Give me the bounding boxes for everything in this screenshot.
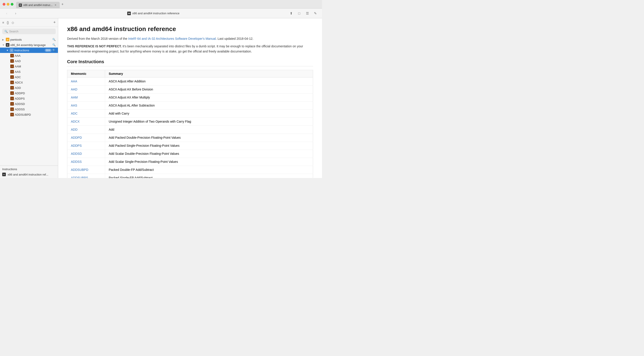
sidebar-item-x86-assembly[interactable]: ▼ 86 x86_64 assembly language 🔍 <box>0 42 58 48</box>
tree-item-label: AAS <box>15 70 56 73</box>
table-row: ADDSUBPDPacked Double-FP Add/Subtract <box>67 166 313 174</box>
tree-item-label: AAA <box>15 54 56 57</box>
tree-item-label: AAM <box>15 65 56 68</box>
mnemonic-cell: AAD <box>67 86 105 94</box>
tab-label: x86 and amd64 instruc... <box>23 3 52 7</box>
summary-cell: ASCII Adjust After Addition <box>105 77 313 86</box>
sidebar-item-pwntools[interactable]: ▶ 📁 pwntools 🔍 <box>0 37 58 42</box>
sidebar-item-AAD[interactable]: I AAD <box>0 58 58 64</box>
search-input[interactable] <box>9 30 54 33</box>
main-layout: ≡ {} ◇ + 🔍 ▶ 📁 pwntools 🔍 ▼ 86 x86_64 as… <box>0 18 322 178</box>
sidebar-item-instructions[interactable]: ▼ I Instructions 684 🔍 <box>0 48 58 53</box>
sidebar-item-ADC[interactable]: I ADC <box>0 74 58 80</box>
intro-paragraph: Derived from the March 2018 version of t… <box>67 36 313 41</box>
sidebar-item-ADDPS[interactable]: I ADDPS <box>0 96 58 101</box>
mnemonic-cell: ADDPD <box>67 134 105 142</box>
summary-cell: ASCII Adjust AL After Subtraction <box>105 102 313 110</box>
new-tab-button[interactable]: + <box>60 1 65 7</box>
active-tab[interactable]: 86 x86 and amd64 instruc... ✕ <box>16 2 60 8</box>
summary-cell: Packed Single-FP Add/Subtract <box>105 174 313 178</box>
add-item-button[interactable]: + <box>53 20 56 25</box>
tree-search-icon[interactable]: 🔍 <box>52 43 56 46</box>
minimize-button[interactable] <box>7 3 10 5</box>
share-button[interactable]: ⬆ <box>288 10 294 16</box>
instruction-icon: I <box>10 59 14 63</box>
summary-header: Summary <box>105 70 313 77</box>
sidebar-tree: ▶ 📁 pwntools 🔍 ▼ 86 x86_64 assembly lang… <box>0 36 58 166</box>
address-text: x86 and amd64 instruction reference <box>132 12 179 15</box>
table-row: ADDSUBPSPacked Single-FP Add/Subtract <box>67 174 313 178</box>
address-bar[interactable]: 86 x86 and amd64 instruction reference <box>22 12 285 15</box>
mnemonic-link[interactable]: ADDSS <box>71 160 82 164</box>
sidebar-item-ADDPD[interactable]: I ADDPD <box>0 90 58 96</box>
mnemonic-link[interactable]: ADDSD <box>71 152 82 156</box>
reader-mode-button[interactable]: ☰ <box>304 10 310 16</box>
mnemonic-link[interactable]: AAD <box>71 88 77 91</box>
intel-manual-link[interactable]: Intel® 64 and IA-32 Architectures Softwa… <box>128 37 216 40</box>
sidebar-item-ADDSS[interactable]: I ADDSS <box>0 107 58 112</box>
summary-cell: Add Scalar Single-Precision Floating-Poi… <box>105 158 313 166</box>
mnemonic-header: Mnemonic <box>67 70 105 77</box>
chevron-right-icon: ▶ <box>2 38 5 41</box>
table-row: AAMASCII Adjust AX After Multiply <box>67 94 313 102</box>
sidebar-item-ADCX[interactable]: I ADCX <box>0 80 58 85</box>
mnemonic-link[interactable]: ADC <box>71 112 78 115</box>
table-row: AADASCII Adjust AX Before Division <box>67 86 313 94</box>
tree-item-label: ADD <box>15 86 56 90</box>
sidebar-item-ADDSD[interactable]: I ADDSD <box>0 101 58 107</box>
fullscreen-button[interactable] <box>11 3 14 5</box>
instruction-icon: I <box>10 65 14 68</box>
sidebar-item-AAS[interactable]: I AAS <box>0 69 58 74</box>
summary-cell: Unsigned Integer Addition of Two Operand… <box>105 118 313 126</box>
sidebar-item-AAA[interactable]: I AAA <box>0 53 58 58</box>
mnemonic-cell: ADD <box>67 126 105 134</box>
diamond-icon[interactable]: ◇ <box>12 21 14 24</box>
page-title: x86 and amd64 instruction reference <box>67 25 313 33</box>
tab-favicon: 86 <box>19 3 22 7</box>
bottom-item-label: x86 and amd64 instruction ref... <box>8 173 48 176</box>
core-instructions-title: Core Instructions <box>67 59 313 66</box>
title-bar: 86 x86 and amd64 instruc... ✕ + <box>0 0 322 8</box>
mnemonic-link[interactable]: AAS <box>71 104 77 107</box>
tree-item-label: ADCX <box>15 81 56 84</box>
search-box[interactable]: 🔍 <box>2 29 56 34</box>
sidebar-header: ≡ {} ◇ + <box>0 18 58 27</box>
address-favicon: 86 <box>127 12 131 15</box>
mnemonic-link[interactable]: ADDPS <box>71 144 82 147</box>
sidebar-bottom-item[interactable]: 86 x86 and amd64 instruction ref... <box>0 172 58 177</box>
tree-item-label: ADDPS <box>15 97 56 100</box>
mnemonic-link[interactable]: ADD <box>71 128 78 131</box>
tree-search-icon[interactable]: 🔍 <box>52 38 56 41</box>
sidebar-item-ADD[interactable]: I ADD <box>0 85 58 90</box>
instruction-icon: I <box>10 91 14 95</box>
mnemonic-cell: ADDPS <box>67 142 105 150</box>
close-button[interactable] <box>3 3 5 5</box>
mnemonic-cell: ADDSUBPS <box>67 174 105 178</box>
bookmark-button[interactable]: □ <box>296 10 302 16</box>
tab-close-button[interactable]: ✕ <box>54 3 57 7</box>
tree-item-label: ADDPD <box>15 92 56 95</box>
sidebar-item-AAM[interactable]: I AAM <box>0 64 58 69</box>
instruction-icon: I <box>10 86 14 90</box>
summary-cell: Add Scalar Double-Precision Floating-Poi… <box>105 150 313 158</box>
mnemonic-link[interactable]: ADDSUBPD <box>71 168 88 172</box>
edit-button[interactable]: ✎ <box>312 10 318 16</box>
braces-icon[interactable]: {} <box>7 21 9 24</box>
sidebar-item-ADDSUBPD[interactable]: I ADDSUBPD <box>0 112 58 117</box>
mnemonic-link[interactable]: ADDSUBPS <box>71 176 88 178</box>
back-button[interactable]: ‹ <box>4 10 10 16</box>
list-icon[interactable]: ≡ <box>2 21 4 24</box>
mnemonic-link[interactable]: ADCX <box>71 120 80 123</box>
forward-button[interactable]: › <box>12 10 19 16</box>
sidebar: ≡ {} ◇ + 🔍 ▶ 📁 pwntools 🔍 ▼ 86 x86_64 as… <box>0 18 58 178</box>
tree-search-icon[interactable]: 🔍 <box>52 49 56 52</box>
mnemonic-link[interactable]: AAA <box>71 79 77 83</box>
section-label: Instructions <box>2 168 17 171</box>
mnemonic-link[interactable]: ADDPD <box>71 136 82 139</box>
address-content: 86 x86 and amd64 instruction reference <box>127 12 179 15</box>
table-row: ADDPDAdd Packed Double-Precision Floatin… <box>67 134 313 142</box>
warning-paragraph: THIS REFERENCE IS NOT PERFECT. It's been… <box>67 44 313 54</box>
search-icon: 🔍 <box>4 30 8 33</box>
table-row: ADDAdd <box>67 126 313 134</box>
mnemonic-link[interactable]: AAM <box>71 96 78 99</box>
